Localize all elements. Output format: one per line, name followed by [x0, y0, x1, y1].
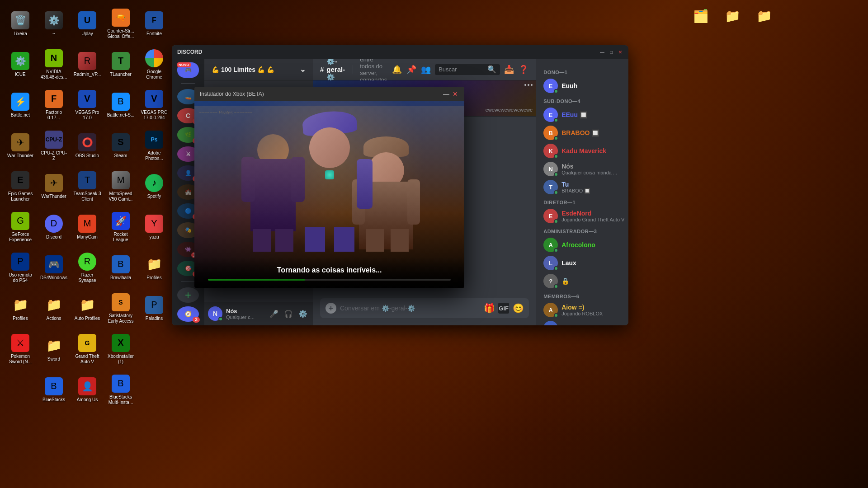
- xbox-loading-section: Tornando as coisas incríveis...: [194, 257, 464, 288]
- member-braboo[interactable]: B BRABOO 🔲: [540, 124, 628, 142]
- icon-uso-remoto[interactable]: P Uso remoto do PS4: [5, 249, 36, 287]
- desktop: 🗂️ 📁 📁 🗑️ Lixeira ⚙️ ~ U Uplay 🔫 Counter…: [0, 0, 868, 488]
- xbox-controls: — ✕: [443, 90, 459, 98]
- icon-lixeira[interactable]: 🗑️ Lixeira: [5, 5, 36, 43]
- icon-battlenet[interactable]: ⚡ Battle.net: [5, 86, 36, 124]
- icon-icue[interactable]: ⚙️ iCUE: [5, 45, 36, 84]
- inbox-icon-button[interactable]: 📥: [504, 64, 514, 75]
- icon-cpuz[interactable]: CPU-Z CPU-Z CPU-Z: [38, 127, 70, 165]
- icon-vegas143[interactable]: V VEGAS Pro 17.0: [71, 86, 103, 124]
- icon-auto-profiles[interactable]: 📁 Auto Profiles: [71, 289, 103, 328]
- member-nos[interactable]: N Nós Qualquer coisa manda ...: [540, 160, 628, 178]
- server-header-dropdown[interactable]: ⌄: [300, 65, 306, 74]
- bell-icon-button[interactable]: 🔔: [392, 64, 402, 75]
- member-julio67[interactable]: j julio67: [540, 319, 628, 325]
- icon-steam[interactable]: S Steam: [105, 127, 137, 165]
- server-novo[interactable]: 🎮 NOVO: [177, 62, 199, 78]
- xbox-progress-fill: [208, 279, 305, 281]
- icon-profiles-1[interactable]: 📁 Profiles: [138, 249, 170, 287]
- close-button[interactable]: ✕: [618, 49, 623, 55]
- member-esdenord[interactable]: E EsdeNord Jogando Grand Theft Auto V: [540, 207, 628, 225]
- icon-teamspeak[interactable]: T TeamSpeak 3 Client: [71, 167, 103, 206]
- channel-name-header: # ⚙️-geral-⚙️: [320, 59, 345, 81]
- icon-paladins[interactable]: P Paladins: [138, 289, 170, 328]
- discord-title: DISCORD: [177, 49, 202, 55]
- xbox-close-button[interactable]: ✕: [452, 90, 459, 98]
- deafen-button[interactable]: 🎧: [282, 307, 295, 320]
- icon-manycam[interactable]: M ManyCam: [71, 208, 103, 246]
- icon-brawlhalla[interactable]: B Brawlhalla: [105, 249, 137, 287]
- icon-ds4windows[interactable]: 🎮 DS4Windows: [38, 249, 70, 287]
- xbox-content: ~~~~~~~ Pirates ~~~~~~~ Tornando as cois…: [194, 101, 464, 288]
- icon-xbox-installer[interactable]: X XboxInstaller (1): [105, 330, 137, 368]
- member-unknown[interactable]: ? 🔒: [540, 272, 628, 290]
- icon-profiles-2[interactable]: 📁 Profiles: [5, 289, 36, 328]
- icon-discord-app[interactable]: D Discord: [38, 208, 70, 246]
- icon-tlauncher[interactable]: T TLauncher: [105, 45, 137, 84]
- icon-satisfactory[interactable]: S Satisfactory Early Access: [105, 289, 137, 328]
- icon-motospeed[interactable]: M MotoSpeed V50 Gami...: [105, 167, 137, 206]
- icon-geforce[interactable]: G GeForce Experience: [5, 208, 36, 246]
- discord-search-box[interactable]: 🔍: [435, 64, 500, 75]
- gif-icon[interactable]: GIF: [498, 303, 509, 314]
- icon-obs[interactable]: ⭕ OBS Studio: [71, 127, 103, 165]
- member-euuh[interactable]: E Euuh: [540, 77, 628, 95]
- maximize-button[interactable]: □: [609, 49, 614, 55]
- icon-vegas284[interactable]: V VEGAS PRO 17.0.0.284: [138, 86, 170, 124]
- server-header[interactable]: 💪 100 Limites 💪 💪 ⌄: [204, 59, 313, 80]
- icon-rocket-league[interactable]: 🚀 Rocket League: [105, 208, 137, 246]
- desktop-icon-grid: 🗑️ Lixeira ⚙️ ~ U Uplay 🔫 Counter-Str...…: [0, 0, 167, 488]
- icon-app2[interactable]: ⚙️ ~: [38, 5, 70, 43]
- icon-among-us[interactable]: 👤 Among Us: [71, 371, 103, 409]
- members-icon-button[interactable]: 👥: [420, 64, 431, 75]
- emoji-icon[interactable]: 😊: [513, 303, 524, 314]
- member-eeuu[interactable]: E EEuu 🔲: [540, 106, 628, 124]
- icon-nvidia[interactable]: N NVIDIA 436.48-des...: [38, 45, 70, 84]
- icon-sword-folder[interactable]: 📁 Sword: [38, 330, 70, 368]
- help-icon-button[interactable]: ❓: [518, 64, 529, 75]
- gift-icon[interactable]: 🎁: [484, 303, 495, 314]
- server-add-button[interactable]: +: [177, 287, 199, 303]
- icon-bluestacks2[interactable]: B BlueStacks Multi-Insta...: [105, 371, 137, 409]
- mute-button[interactable]: 🎤: [268, 307, 280, 320]
- icon-razer[interactable]: R Razer Synapse: [71, 249, 103, 287]
- server-compass[interactable]: 🧭 3: [177, 306, 199, 322]
- chat-message-input[interactable]: [340, 305, 480, 312]
- icon-factorio[interactable]: F Factorio 0.17...: [38, 86, 70, 124]
- icon-battlenet2[interactable]: B Battle.net-S...: [105, 86, 137, 124]
- icon-bluestacks1[interactable]: B BlueStacks: [38, 371, 70, 409]
- xbox-minimize-button[interactable]: —: [443, 90, 450, 98]
- icon-warthunder2[interactable]: ✈ WarThunder: [38, 167, 70, 206]
- member-laux[interactable]: L Laux: [540, 254, 628, 272]
- chat-input-box: + 🎁 GIF 😊: [320, 298, 529, 318]
- member-aiow[interactable]: A Aiow =) Jogando ROBLOX: [540, 301, 628, 319]
- yellow-folder-2-icon[interactable]: 📁: [750, 5, 778, 29]
- icon-csgo[interactable]: 🔫 Counter-Str...Global Offe...: [105, 5, 137, 43]
- discord-search-input[interactable]: [439, 66, 486, 73]
- user-info: Nós Qualquer c...: [226, 308, 264, 320]
- icon-pokemon[interactable]: ⚔ Pokemon Sword (N...: [5, 330, 36, 368]
- colorful-folder-icon[interactable]: 🗂️: [687, 5, 714, 29]
- icon-photoshop[interactable]: Ps Adobe Photos...: [138, 127, 170, 165]
- titlebar-controls: — □ ✕: [599, 49, 623, 55]
- icon-actions[interactable]: 📁 Actions: [38, 289, 70, 328]
- icon-spotify[interactable]: ♪ Spotify: [138, 167, 170, 206]
- member-tu[interactable]: T Tu BRABOO 🔲: [540, 178, 628, 196]
- member-kadu[interactable]: K Kadu Maverick: [540, 142, 628, 160]
- icon-epic[interactable]: E Epic Games Launcher: [5, 167, 36, 206]
- minimize-button[interactable]: —: [599, 49, 605, 55]
- discord-chat-header: # ⚙️-geral-⚙️ Conversa entre todos do se…: [313, 59, 536, 80]
- icon-warthunder1[interactable]: ✈ War Thunder: [5, 127, 36, 165]
- chat-attach-button[interactable]: +: [326, 303, 336, 314]
- member-afrocolono[interactable]: A Afrocolono: [540, 236, 628, 254]
- settings-button[interactable]: ⚙️: [297, 307, 309, 320]
- yellow-folder-1-icon[interactable]: 📁: [719, 5, 746, 29]
- icon-uplay[interactable]: U Uplay: [71, 5, 103, 43]
- icon-radmin[interactable]: R Radmin_VP...: [71, 45, 103, 84]
- icon-chrome[interactable]: GoogleChrome: [138, 45, 170, 84]
- icon-fortnite[interactable]: F Fortnite: [138, 5, 170, 43]
- pin-icon-button[interactable]: 📌: [406, 64, 417, 75]
- server-divider-2: [181, 282, 195, 282]
- icon-yuzu[interactable]: Y yuzu: [138, 208, 170, 246]
- icon-gta[interactable]: G Grand Theft Auto V: [71, 330, 103, 368]
